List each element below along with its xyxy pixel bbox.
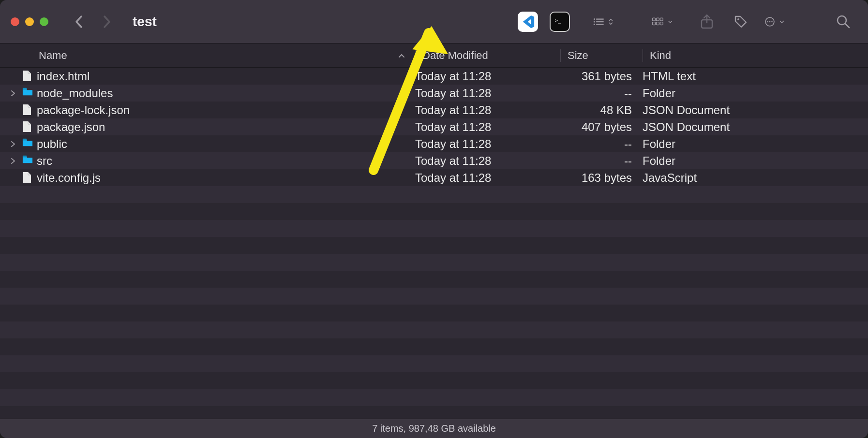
svg-point-18 [771,21,773,22]
close-window-button[interactable] [11,17,19,26]
file-size: -- [560,87,643,100]
file-icon [22,172,33,184]
column-size-header[interactable]: Size [560,49,643,62]
svg-point-16 [767,21,768,22]
empty-row [0,338,868,355]
column-kind-header[interactable]: Kind [643,49,868,62]
file-date: Today at 11:28 [415,120,560,134]
file-row[interactable]: vite.config.jsToday at 11:28163 bytesJav… [0,169,868,186]
file-kind: JavaScript [643,171,868,185]
file-kind: JSON Document [643,103,868,117]
terminal-app-icon[interactable]: >_ [550,12,570,32]
svg-text:>_: >_ [555,18,561,24]
empty-row [0,203,868,220]
file-row[interactable]: package-lock.jsonToday at 11:2848 KBJSON… [0,102,868,118]
file-row[interactable]: node_modulesToday at 11:28--Folder [0,85,868,102]
disclosure-triangle-icon[interactable] [11,90,18,97]
more-actions-button[interactable] [764,12,785,32]
svg-rect-20 [23,88,27,89]
svg-rect-6 [596,24,603,25]
svg-point-17 [769,21,771,22]
file-kind: Folder [643,137,868,151]
traffic-lights [11,17,48,26]
empty-row [0,321,868,338]
folder-icon [22,87,33,100]
column-name-header[interactable]: Name [0,49,415,62]
finder-window: test >_ [0,0,868,438]
svg-rect-7 [653,18,656,21]
file-date: Today at 11:28 [415,87,560,100]
tags-button[interactable] [731,12,751,32]
empty-row [0,186,868,203]
file-name: src [37,154,52,168]
svg-point-5 [594,23,595,25]
disclosure-triangle-icon[interactable] [11,141,18,147]
disclosure-triangle-icon[interactable] [11,158,18,164]
file-row[interactable]: srcToday at 11:28--Folder [0,152,868,169]
file-kind: Folder [643,154,868,168]
file-row[interactable]: package.jsonToday at 11:28407 bytesJSON … [0,118,868,135]
file-list: index.htmlToday at 11:28361 bytesHTML te… [0,68,868,419]
file-icon [22,104,33,117]
file-size: -- [560,137,643,151]
folder-icon [22,138,33,150]
svg-rect-8 [656,18,659,21]
file-name: package.json [37,120,105,134]
search-button[interactable] [833,12,853,32]
file-icon [22,121,33,133]
file-date: Today at 11:28 [415,137,560,151]
forward-button[interactable] [96,11,117,32]
empty-row [0,372,868,389]
svg-point-1 [594,18,595,20]
file-row[interactable]: index.htmlToday at 11:28361 bytesHTML te… [0,68,868,85]
empty-row [0,305,868,321]
file-size: 407 bytes [560,120,643,134]
file-size: -- [560,154,643,168]
file-date: Today at 11:28 [415,171,560,185]
column-name-label: Name [39,49,67,62]
empty-row [0,220,868,237]
empty-row [0,389,868,406]
file-kind: JSON Document [643,120,868,134]
file-size: 361 bytes [560,70,643,83]
column-date-header[interactable]: Date Modified [415,49,560,62]
folder-icon [22,155,33,167]
window-title: test [133,14,157,29]
view-list-button[interactable] [593,12,614,32]
svg-rect-4 [596,21,603,22]
column-header-row: Name Date Modified Size Kind [0,44,868,68]
empty-row [0,355,868,372]
svg-rect-10 [653,22,656,25]
empty-row [0,288,868,305]
file-size: 48 KB [560,103,643,117]
file-name: public [37,137,67,151]
file-size: 163 bytes [560,171,643,185]
file-name: package-lock.json [37,103,130,117]
file-name: vite.config.js [37,171,101,185]
svg-rect-12 [660,22,663,25]
back-button[interactable] [69,11,90,32]
file-icon [22,70,33,83]
svg-rect-21 [23,138,27,140]
status-text: 7 items, 987,48 GB available [372,423,496,434]
svg-rect-22 [23,155,27,157]
file-kind: HTML text [643,70,868,83]
status-bar: 7 items, 987,48 GB available [0,419,868,438]
svg-rect-2 [596,18,603,19]
file-name: index.html [37,70,90,83]
svg-point-14 [737,18,739,20]
file-date: Today at 11:28 [415,154,560,168]
minimize-window-button[interactable] [25,17,34,26]
svg-rect-11 [656,22,659,25]
share-button[interactable] [697,12,717,32]
toolbar: test >_ [0,0,868,44]
vscode-app-icon[interactable] [518,12,538,32]
file-row[interactable]: publicToday at 11:28--Folder [0,135,868,152]
file-date: Today at 11:28 [415,70,560,83]
file-name: node_modules [37,87,113,100]
svg-point-3 [594,21,595,22]
empty-row [0,237,868,254]
group-by-button[interactable] [652,12,673,32]
empty-row [0,254,868,271]
fullscreen-window-button[interactable] [40,17,48,26]
